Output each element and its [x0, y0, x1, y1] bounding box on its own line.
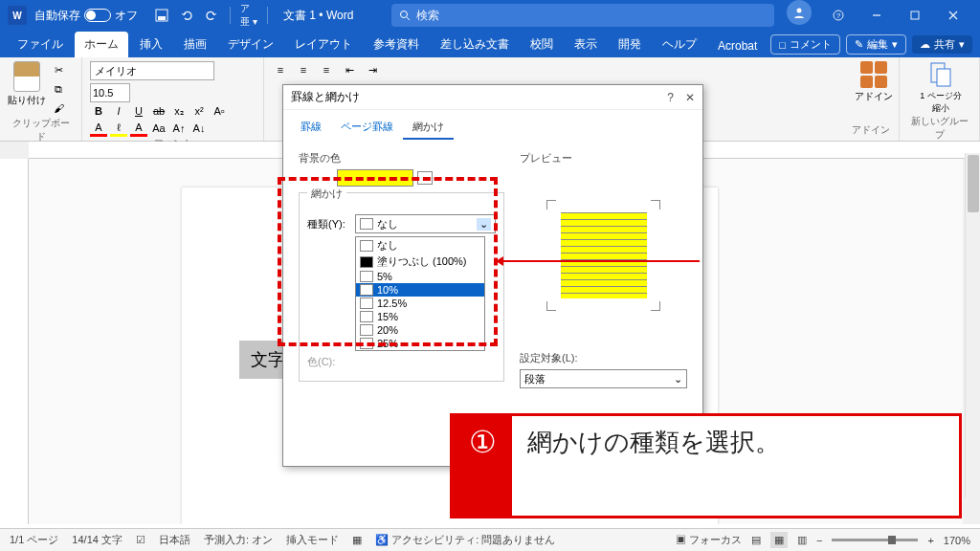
search-input[interactable]: 検索: [391, 4, 774, 27]
dialog-tab-borders[interactable]: 罫線: [291, 116, 331, 140]
paste-button[interactable]: 貼り付け: [8, 61, 46, 117]
redo-icon[interactable]: [203, 7, 220, 24]
tab-design[interactable]: デザイン: [218, 32, 283, 57]
vertical-scrollbar[interactable]: [965, 153, 980, 497]
toggle-icon: [84, 9, 111, 22]
vertical-ruler[interactable]: [0, 159, 29, 524]
borders-shading-dialog: 罫線と網かけ ? ✕ 罫線 ページ罫線 網かけ 背景の色 ⌄ 網かけ 種類(Y)…: [282, 84, 703, 467]
insert-mode[interactable]: 挿入モード: [286, 533, 339, 547]
view-read-icon[interactable]: ▤: [751, 534, 761, 546]
superscript-button[interactable]: x²: [190, 102, 208, 120]
close-button[interactable]: [934, 0, 972, 31]
apply-to-select[interactable]: 段落⌄: [520, 369, 687, 388]
share-button[interactable]: ☁ 共有 ▾: [912, 35, 972, 54]
strike-button[interactable]: ab: [150, 102, 167, 120]
zoom-out-button[interactable]: −: [816, 535, 822, 546]
dropdown-option-selected[interactable]: 10%: [356, 283, 484, 297]
bg-color-swatch[interactable]: [337, 169, 413, 187]
comments-button[interactable]: □ コメント: [770, 34, 840, 55]
multilevel-button[interactable]: ≡: [318, 61, 335, 78]
maximize-button[interactable]: [896, 0, 934, 31]
view-print-icon[interactable]: ▦: [770, 532, 788, 548]
format-painter-icon[interactable]: 🖌: [50, 99, 67, 117]
tab-insert[interactable]: 挿入: [130, 32, 172, 57]
account-avatar[interactable]: [787, 0, 812, 25]
tab-references[interactable]: 参考資料: [364, 32, 429, 57]
language[interactable]: 日本語: [159, 533, 190, 547]
dialog-tab-page-borders[interactable]: ページ罫線: [331, 116, 403, 140]
enclosed-button[interactable]: Aa: [150, 120, 167, 137]
dialog-close-button[interactable]: ✕: [685, 91, 695, 104]
tab-review[interactable]: 校閲: [521, 32, 563, 57]
focus-mode[interactable]: ▣ フォーカス: [676, 533, 742, 547]
page-count[interactable]: 1/1 ページ: [10, 533, 58, 547]
view-web-icon[interactable]: ▥: [797, 534, 807, 546]
dropdown-option[interactable]: 25%: [356, 337, 484, 350]
dialog-title: 罫線と網かけ: [291, 89, 360, 105]
dropdown-option[interactable]: 20%: [356, 323, 484, 337]
chevron-down-icon[interactable]: ⌄: [417, 171, 433, 185]
dropdown-option[interactable]: なし: [356, 237, 484, 253]
font-size-select[interactable]: [90, 83, 130, 102]
dropdown-option[interactable]: 5%: [356, 270, 484, 283]
tab-help[interactable]: ヘルプ: [653, 32, 706, 57]
copy-icon[interactable]: ⧉: [50, 80, 67, 98]
tab-layout[interactable]: レイアウト: [285, 32, 362, 57]
addins-button[interactable]: アドイン: [850, 61, 898, 103]
clipboard-group-label: クリップボード: [8, 117, 74, 143]
help-icon[interactable]: ?: [819, 0, 858, 31]
minimize-button[interactable]: [858, 0, 896, 31]
italic-button[interactable]: I: [110, 102, 127, 120]
underline-button[interactable]: U: [130, 102, 147, 120]
indent-inc-button[interactable]: ⇥: [364, 61, 381, 78]
callout-number: ①: [453, 416, 512, 516]
tab-mailmerge[interactable]: 差し込み文書: [431, 32, 519, 57]
dialog-tab-shading[interactable]: 網かけ: [403, 116, 454, 140]
font-family-select[interactable]: [90, 61, 214, 80]
macro-icon[interactable]: ▦: [352, 534, 362, 546]
ribbon-tabs: ファイル ホーム 挿入 描画 デザイン レイアウト 参考資料 差し込み文書 校閲…: [0, 31, 980, 57]
tab-acrobat[interactable]: Acrobat: [708, 34, 767, 57]
zoom-level[interactable]: 170%: [944, 535, 970, 546]
save-icon[interactable]: [153, 7, 170, 24]
dropdown-option[interactable]: 塗りつぶし (100%): [356, 253, 484, 270]
undo-icon[interactable]: [178, 7, 195, 24]
paste-label: 貼り付け: [8, 94, 46, 107]
grow-font-button[interactable]: A↑: [170, 120, 188, 137]
bullets-button[interactable]: ≡: [272, 61, 289, 78]
predict-input[interactable]: 予測入力: オン: [204, 533, 273, 547]
dropdown-option[interactable]: 12.5%: [356, 297, 484, 310]
word-icon: W: [8, 6, 27, 25]
chevron-down-icon: ⌄: [674, 373, 682, 386]
page-shrink-button[interactable]: 1 ページ分 縮小: [907, 61, 974, 115]
accessibility-status[interactable]: ♿ アクセシビリティ: 問題ありません: [375, 533, 555, 547]
font-color-button[interactable]: A: [90, 120, 107, 137]
dropdown-option[interactable]: 15%: [356, 310, 484, 323]
tab-home[interactable]: ホーム: [75, 32, 128, 57]
highlight-button[interactable]: ℓ: [110, 120, 127, 137]
subscript-button[interactable]: x₂: [170, 102, 188, 120]
tab-file[interactable]: ファイル: [8, 32, 73, 57]
tab-developer[interactable]: 開発: [609, 32, 651, 57]
char-border-button[interactable]: A: [130, 120, 147, 137]
zoom-slider[interactable]: [832, 539, 918, 541]
indent-dec-button[interactable]: ⇤: [341, 61, 358, 78]
spellcheck-icon[interactable]: ☑: [136, 534, 145, 546]
zoom-in-button[interactable]: +: [927, 535, 933, 546]
cut-icon[interactable]: ✂: [50, 61, 67, 78]
dialog-help-button[interactable]: ?: [667, 91, 674, 104]
addins-group-label: アドイン: [850, 123, 891, 137]
autosave-toggle[interactable]: 自動保存 オフ: [34, 8, 138, 24]
autosave-state: オフ: [115, 8, 138, 24]
tab-draw[interactable]: 描画: [174, 32, 216, 57]
edit-mode-button[interactable]: ✎ 編集 ▾: [846, 34, 906, 55]
bold-button[interactable]: B: [90, 102, 107, 120]
word-count[interactable]: 14/14 文字: [72, 533, 122, 547]
text-effect-button[interactable]: A▫: [211, 102, 228, 120]
pattern-type-select[interactable]: なし ⌄: [355, 214, 496, 233]
tab-view[interactable]: 表示: [565, 32, 607, 57]
qat-icon[interactable]: ア亜 ▾: [240, 7, 257, 24]
paste-icon: [13, 61, 40, 92]
numbering-button[interactable]: ≡: [295, 61, 312, 78]
shrink-font-button[interactable]: A↓: [190, 120, 208, 137]
